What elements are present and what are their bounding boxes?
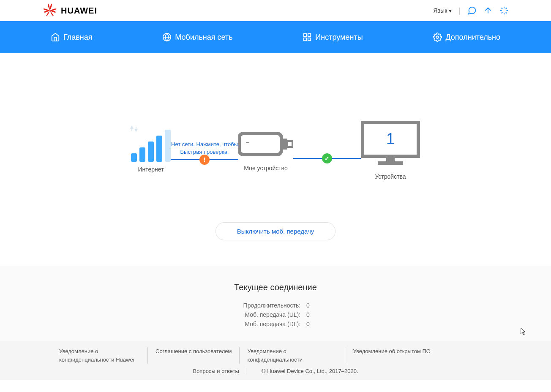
gear-icon (433, 33, 442, 42)
svg-rect-12 (308, 38, 311, 41)
devices-label: Устройства (361, 173, 420, 180)
connection-title: Текущее соединение (0, 283, 551, 292)
stat-dl: Моб. передача (DL): 0 (241, 319, 310, 329)
toggle-mobile-data-button[interactable]: Выключить моб. передачу (215, 222, 336, 240)
svg-line-7 (506, 8, 507, 9)
error-badge-icon: ! (199, 155, 210, 165)
nav-home[interactable]: Главная (42, 21, 101, 53)
globe-icon (162, 33, 172, 42)
ok-badge-icon: ✓ (322, 153, 332, 163)
internet-label: Интернет (131, 166, 171, 173)
navbar: Главная Мобильная сеть Инструменты Допол… (0, 21, 551, 53)
device-count: 1 (386, 130, 395, 147)
footer-bottom: Вопросы и ответы © Huawei Device Co., Lt… (42, 368, 509, 374)
nav-home-label: Главная (63, 33, 93, 42)
duration-value: 0 (306, 302, 310, 309)
messages-icon[interactable] (467, 6, 477, 15)
nav-tools[interactable]: Инструменты (294, 21, 371, 53)
svg-rect-16 (281, 139, 287, 150)
signal-arrows-icon (129, 125, 139, 135)
header-right: Язык ▾ | (434, 6, 509, 15)
nav-mobile-label: Мобильная сеть (175, 33, 232, 42)
stat-duration: Продолжительность: 0 (241, 301, 310, 310)
svg-line-6 (502, 12, 503, 14)
language-label: Язык (434, 7, 447, 14)
update-icon[interactable] (483, 6, 493, 15)
svg-rect-20 (386, 156, 395, 161)
connector-error-text: Нет сети. Нажмите, чтобы Быстрая проверк… (171, 141, 238, 156)
nav-tools-label: Инструменты (315, 33, 363, 42)
status-row: Интернет Нет сети. Нажмите, чтобы Быстра… (42, 121, 509, 180)
dl-label: Моб. передача (DL): (241, 321, 300, 327)
language-selector[interactable]: Язык ▾ (434, 7, 452, 14)
divider: | (458, 6, 461, 15)
loading-icon[interactable] (499, 6, 509, 15)
huawei-logo-icon (42, 3, 57, 18)
duration-label: Продолжительность: (241, 302, 300, 309)
ul-label: Моб. передача (UL): (241, 311, 300, 318)
connector-device-clients: ✓ (293, 142, 361, 159)
connector-internet-device[interactable]: Нет сети. Нажмите, чтобы Быстрая проверк… (171, 141, 238, 160)
ul-value: 0 (306, 311, 310, 318)
footer-links: Уведомление о конфиденциальности Huawei … (42, 347, 509, 364)
svg-rect-10 (304, 34, 306, 36)
monitor-icon: 1 (361, 121, 420, 167)
devices-status[interactable]: 1 Устройства (361, 121, 420, 180)
svg-rect-15 (239, 133, 281, 155)
svg-rect-11 (308, 34, 311, 36)
header: HUAWEI Язык ▾ | (0, 0, 551, 21)
nav-advanced[interactable]: Дополнительно (424, 21, 509, 53)
signal-bars-icon (131, 128, 171, 162)
svg-rect-21 (378, 161, 403, 165)
home-icon (51, 33, 60, 42)
stat-ul: Моб. передача (UL): 0 (241, 310, 310, 319)
chevron-down-icon: ▾ (449, 7, 452, 14)
svg-rect-13 (304, 38, 306, 41)
svg-line-2 (502, 8, 503, 9)
grid-icon (303, 33, 312, 42)
svg-rect-18 (246, 142, 249, 143)
internet-status[interactable]: Интернет (131, 128, 171, 173)
footer-privacy[interactable]: Уведомление о конфиденциальности (240, 347, 345, 364)
footer-faq[interactable]: Вопросы и ответы (186, 368, 246, 374)
svg-line-3 (506, 12, 507, 14)
modem-device-icon (238, 129, 293, 159)
footer-copyright: © Huawei Device Co., Ltd., 2017–2020. (255, 368, 365, 374)
dl-value: 0 (306, 321, 310, 327)
brand-name: HUAWEI (61, 6, 97, 16)
device-label: Мое устройство (238, 165, 293, 172)
svg-point-14 (436, 36, 439, 38)
footer: Уведомление о конфиденциальности Huawei … (0, 341, 551, 380)
footer-opensource[interactable]: Уведомление об открытом ПО (345, 347, 438, 364)
device-status[interactable]: Мое устройство (238, 129, 293, 172)
main: Интернет Нет сети. Нажмите, чтобы Быстра… (0, 53, 551, 266)
connection-section: Текущее соединение Продолжительность: 0 … (0, 266, 551, 341)
footer-privacy-huawei[interactable]: Уведомление о конфиденциальности Huawei (42, 347, 148, 364)
footer-user-agreement[interactable]: Соглашение с пользователем (148, 347, 240, 364)
nav-advanced-label: Дополнительно (445, 33, 500, 42)
svg-rect-17 (287, 141, 292, 147)
connection-stats: Продолжительность: 0 Моб. передача (UL):… (241, 301, 310, 329)
nav-mobile[interactable]: Мобильная сеть (154, 21, 241, 53)
logo[interactable]: HUAWEI (42, 3, 97, 18)
